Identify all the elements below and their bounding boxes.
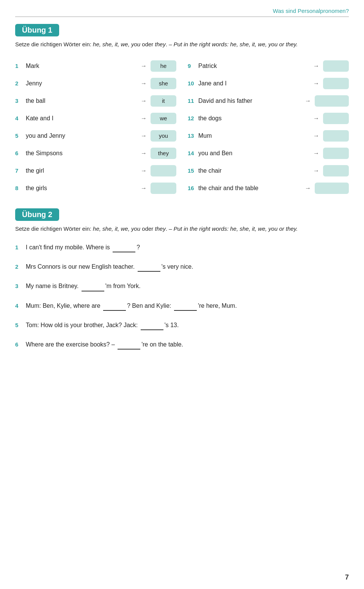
arrow-icon: → — [313, 115, 319, 122]
arrow-icon: → — [313, 63, 319, 69]
list-item: 6 Where are the exercise books? – 're on… — [15, 339, 349, 350]
table-row: 2 Jenny → she — [15, 75, 176, 92]
arrow-icon: → — [141, 167, 147, 174]
arrow-icon: → — [305, 185, 311, 192]
table-row: 15 the chair → — [188, 162, 349, 180]
arrow-icon: → — [141, 98, 147, 104]
table-row: 5 you and Jenny → you — [15, 127, 176, 145]
ubung1-intro: Setze die richtigen Wörter ein: he, she,… — [15, 40, 349, 49]
ubung1-badge: Übung 1 — [15, 24, 59, 36]
answer-box-14[interactable] — [323, 148, 349, 159]
ubung1-right-col: 9 Patrick → 10 Jane and I → 11 David and… — [188, 57, 349, 197]
answer-box-16[interactable] — [315, 183, 349, 194]
page-number: 7 — [345, 573, 349, 581]
answer-box-3: it — [151, 95, 176, 107]
blank-2-3[interactable] — [82, 280, 104, 291]
arrow-icon: → — [141, 132, 147, 139]
arrow-icon: → — [313, 80, 319, 87]
table-row: 3 the ball → it — [15, 92, 176, 110]
answer-box-9[interactable] — [323, 60, 349, 72]
ubung1-grid: 1 Mark → he 2 Jenny → she 3 the ball → i… — [15, 57, 349, 197]
table-row: 1 Mark → he — [15, 57, 176, 75]
arrow-icon: → — [141, 63, 147, 69]
arrow-icon: → — [313, 167, 319, 174]
arrow-icon: → — [141, 80, 147, 87]
answer-box-12[interactable] — [323, 113, 349, 124]
arrow-icon: → — [305, 98, 311, 104]
table-row: 13 Mum → — [188, 127, 349, 145]
arrow-icon: → — [141, 150, 147, 157]
answer-box-6: they — [151, 148, 176, 159]
table-row: 12 the dogs → — [188, 110, 349, 127]
list-item: 2 Mrs Connors is our new English teacher… — [15, 261, 349, 272]
ubung2-badge: Übung 2 — [15, 208, 59, 221]
blank-2-2[interactable] — [138, 261, 160, 272]
blank-2-4a[interactable] — [103, 300, 126, 311]
answer-box-15[interactable] — [323, 165, 349, 176]
arrow-icon: → — [313, 150, 319, 157]
table-row: 16 the chair and the table → — [188, 180, 349, 197]
table-row: 9 Patrick → — [188, 57, 349, 75]
list-item: 4 Mum: Ben, Kylie, where are ? Ben and K… — [15, 300, 349, 311]
blank-2-4b[interactable] — [174, 300, 197, 311]
blank-2-6[interactable] — [118, 339, 140, 350]
table-row: 4 Kate and I → we — [15, 110, 176, 127]
list-item: 5 Tom: How old is your brother, Jack? Ja… — [15, 319, 349, 330]
arrow-icon: → — [141, 115, 147, 122]
table-row: 10 Jane and I → — [188, 75, 349, 92]
answer-box-7[interactable] — [151, 165, 176, 176]
arrow-icon: → — [313, 132, 319, 139]
page-title: Was sind Personalpronomen? — [273, 8, 349, 14]
table-row: 8 the girls → — [15, 180, 176, 197]
answer-box-10[interactable] — [323, 78, 349, 89]
arrow-icon: → — [141, 185, 147, 192]
table-row: 6 the Simpsons → they — [15, 145, 176, 162]
ubung1-section: Übung 1 Setze die richtigen Wörter ein: … — [15, 24, 349, 197]
blank-2-1[interactable] — [113, 241, 135, 252]
ubung1-left-col: 1 Mark → he 2 Jenny → she 3 the ball → i… — [15, 57, 176, 197]
ubung2-section: Übung 2 Setze die richtigen Wörter ein: … — [15, 208, 349, 350]
blank-2-5[interactable] — [141, 319, 163, 330]
table-row: 7 the girl → — [15, 162, 176, 180]
table-row: 11 David and his father → — [188, 92, 349, 110]
answer-box-8[interactable] — [151, 183, 176, 194]
answer-box-11[interactable] — [315, 95, 349, 107]
table-row: 14 you and Ben → — [188, 145, 349, 162]
answer-box-13[interactable] — [323, 130, 349, 142]
list-item: 1 I can't find my mobile. Where is ? — [15, 241, 349, 252]
answer-box-4: we — [151, 113, 176, 124]
answer-box-5: you — [151, 130, 176, 142]
ubung2-intro: Setze die richtigen Wörter ein: he, she,… — [15, 225, 349, 233]
answer-box-1: he — [151, 60, 176, 72]
list-item: 3 My name is Britney. 'm from York. — [15, 280, 349, 291]
ubung2-rows: 1 I can't find my mobile. Where is ? 2 M… — [15, 241, 349, 350]
answer-box-2: she — [151, 78, 176, 89]
page-header: Was sind Personalpronomen? — [15, 8, 349, 17]
